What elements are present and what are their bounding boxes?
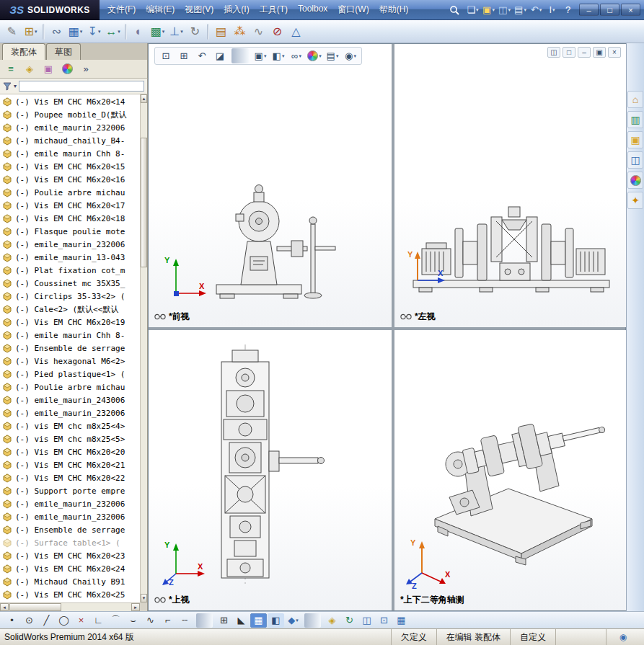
menu-toolbox[interactable]: Toolbox (293, 1, 332, 18)
featuremanager-tab-icon[interactable]: ≡ (2, 61, 19, 77)
view-cube-icon[interactable]: ◆ (285, 613, 301, 628)
scrollbar-thumb[interactable] (141, 138, 147, 267)
separator[interactable] (304, 613, 321, 628)
circle-icon[interactable]: ⊙ (21, 613, 38, 628)
menu-help[interactable]: 帮助(H) (374, 1, 414, 18)
tree-item[interactable]: (-) Vis EM CHC M6x20<15 (0, 160, 140, 173)
tree-item[interactable]: (-) Ensemble de serrage (0, 523, 140, 536)
tangent-arc-icon[interactable]: ⌣ (125, 613, 141, 628)
instant3d-icon[interactable]: △ (287, 22, 305, 41)
minimize-button[interactable]: – (579, 4, 599, 16)
insert-components-icon[interactable]: ⊞ (22, 22, 40, 41)
new-motion-study-icon[interactable]: ↻ (186, 22, 204, 41)
tree-item[interactable]: (-) emile_maurin_232006 (0, 406, 140, 419)
tree-item[interactable]: (-) emile_maurin_232006 (0, 238, 140, 251)
tree-item[interactable]: (-) Poupee mobile_D(默认 (0, 108, 140, 121)
customize-status-button[interactable]: 自定义 (510, 629, 555, 645)
tree-item[interactable]: (-) Vis EM CHC M6x20<18 (0, 212, 140, 225)
menu-window[interactable]: 窗口(W) (332, 1, 374, 18)
tree-item[interactable]: (-) Vis EM CHC M6x20<24 (0, 562, 140, 575)
show-hidden-components-icon[interactable]: ◐ (130, 22, 148, 41)
doc-restore-icon[interactable]: ▣ (593, 47, 606, 58)
smart-fasteners-icon[interactable]: ↧ (85, 22, 103, 41)
viewport-front[interactable]: Y X *前视 (149, 44, 392, 327)
shaded-sketch-contours-icon[interactable]: ▦ (250, 613, 267, 628)
menu-tools[interactable]: 工具(T) (255, 1, 293, 18)
viewport-single-icon[interactable]: □ (563, 47, 575, 58)
tree-item[interactable]: (-) emile maurin Chh 8- (0, 147, 140, 160)
menu-file[interactable]: 文件(F) (102, 1, 141, 18)
maximize-button[interactable]: □ (600, 4, 619, 16)
filter-caret-icon[interactable]: ▾ (14, 83, 17, 89)
appearances-icon[interactable] (627, 172, 643, 189)
view-orientation-icon[interactable]: ▣ (252, 48, 269, 63)
move-component-icon[interactable]: ↔ (104, 22, 122, 41)
tree-item[interactable]: (-) Vis EM CHC M6x20<19 (0, 316, 140, 329)
tree-item[interactable]: (-) Vis EM CHC M6x20<16 (0, 173, 140, 186)
tree-item[interactable]: (-) michaud_chailly_B4- (0, 134, 140, 147)
separator[interactable] (43, 24, 45, 40)
new-document-icon[interactable]: ❏ (465, 3, 480, 17)
display-pane-icon[interactable]: ◧ (268, 613, 284, 628)
close-button[interactable]: × (621, 4, 640, 16)
viewport-horizontal-splitter[interactable] (149, 327, 625, 330)
tree-item[interactable]: (-) Surface table<1> ( (0, 536, 140, 549)
tree-item[interactable]: (-) Vis hexagonal M6<2> (0, 355, 140, 368)
solidworks-resources-icon[interactable]: ⌂ (627, 91, 643, 108)
menu-edit[interactable]: 编辑(E) (141, 1, 180, 18)
configurationmanager-tab-icon[interactable]: ▣ (40, 61, 57, 77)
tree-vertical-scrollbar[interactable]: ▲ ▼ (140, 94, 148, 602)
display-style-icon[interactable]: ◧ (270, 48, 287, 63)
exploded-view-icon[interactable]: ⁂ (231, 22, 249, 41)
viewport-left[interactable]: Y X *左视 (394, 44, 626, 327)
open-icon[interactable]: ▣ (481, 3, 496, 17)
ellipse-icon[interactable]: ◯ (56, 613, 72, 628)
tab-assembly[interactable]: 装配体 (2, 43, 45, 60)
tree-item[interactable]: (-) emile_maurin_232006 (0, 510, 140, 523)
tree-item[interactable]: (-) Michaud Chailly B91 (0, 575, 140, 588)
tree-item[interactable]: (-) Coussinet mc 35X35_ (0, 277, 140, 290)
tree-item[interactable]: (-) emile_maurin_243006 (0, 393, 140, 406)
tree-item[interactable]: (-) vis EM chc m8x25<5> (0, 432, 140, 445)
help-icon[interactable]: ? (560, 3, 575, 17)
tree-item[interactable]: (-) Vis EM CHC M6x20<17 (0, 199, 140, 212)
viewport-isometric[interactable]: Y X Z *上下二等角轴测 (394, 330, 626, 610)
perpendicular-line-icon[interactable]: ∟ (90, 613, 107, 628)
viewport-top[interactable]: Y X Z *上视 (149, 330, 392, 610)
fullscreen-icon[interactable]: ⊡ (376, 613, 392, 628)
select-tool-icon[interactable]: I (544, 3, 560, 17)
tree-item[interactable]: (-) Vis EM CHC M6x20<22 (0, 471, 140, 484)
point-icon[interactable]: • (4, 613, 20, 628)
view-settings-icon[interactable]: ◉ (342, 48, 359, 63)
tree-item[interactable]: (-) Support porte empre (0, 484, 140, 497)
tree-item[interactable]: (-) Circlips 35-33<2> ( (0, 290, 140, 303)
table-icon[interactable]: ▦ (393, 613, 410, 628)
line-icon[interactable]: ╱ (38, 613, 55, 628)
tree-item[interactable]: (-) Poulie arbre michau (0, 381, 140, 393)
tree-horizontal-scrollbar[interactable]: ◄ ► (0, 602, 140, 611)
tree-item[interactable]: (-) Cale<2> (默认<<默认 (0, 303, 140, 316)
separator[interactable] (207, 24, 209, 40)
print-icon[interactable]: ▤ (513, 3, 528, 17)
tree-item[interactable]: (-) Poulie arbre michau (0, 186, 140, 199)
scroll-left-icon[interactable]: ◄ (0, 603, 9, 611)
corner-rectangle-icon[interactable]: ⌐ (159, 613, 176, 628)
view-palette-icon[interactable]: ◫ (627, 151, 643, 169)
tree-item[interactable]: (-) Vis EM CHC M6x20<23 (0, 549, 140, 562)
edit-component-icon[interactable]: ✎ (3, 22, 21, 41)
interference-detection-icon[interactable]: ⊘ (268, 22, 286, 41)
erase-icon[interactable]: × (73, 613, 89, 628)
section-view-icon[interactable]: ◪ (211, 48, 229, 63)
separator[interactable] (231, 48, 249, 63)
tree-item[interactable]: (-) emile_maurin_232006 (0, 497, 140, 510)
doc-close-icon[interactable]: × (608, 47, 621, 58)
file-explorer-icon[interactable]: ▣ (627, 131, 643, 148)
sketch-fillet-icon[interactable]: ◣ (233, 613, 250, 628)
tree-filter-input[interactable] (19, 81, 144, 92)
tab-sketch[interactable]: 草图 (46, 43, 81, 60)
centerline-icon[interactable]: ╌ (177, 613, 193, 628)
grid-icon[interactable]: ⊞ (216, 613, 232, 628)
tree-item[interactable]: (-) vis EM chc m8x25<4> (0, 419, 140, 432)
tree-item[interactable]: (-) Vis EM CHC M6x20<25 (0, 588, 140, 601)
scroll-up-icon[interactable]: ▲ (141, 94, 147, 103)
